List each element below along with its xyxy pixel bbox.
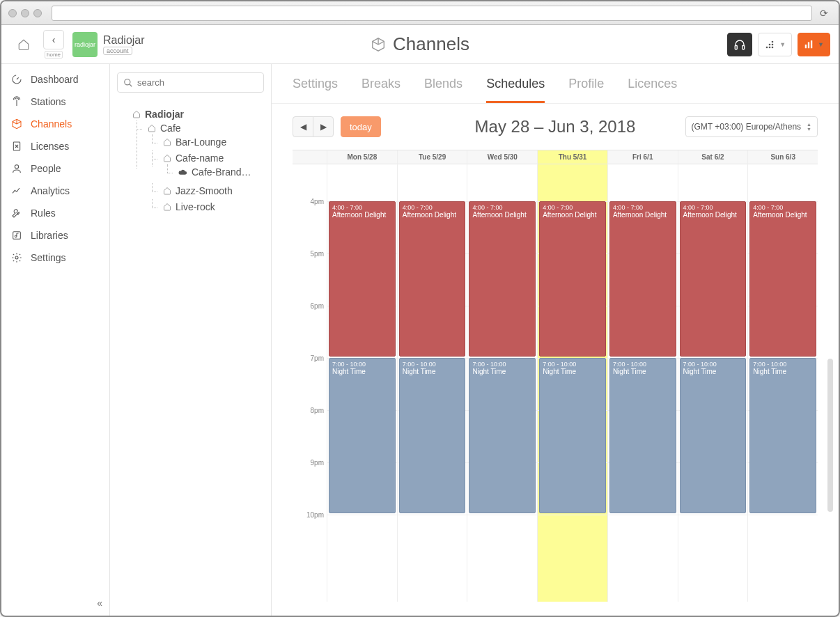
event-time: 4:00 - 7:00 [403,204,462,211]
tab-breaks[interactable]: Breaks [361,77,400,103]
traffic-min-icon[interactable] [21,9,29,17]
sidebar-item-channels[interactable]: Channels [1,113,109,135]
music-icon [11,230,24,241]
schedule-event[interactable]: 7:00 - 10:00Night Time [399,358,466,513]
tree-node[interactable]: Jazz-Smooth [159,183,264,199]
traffic-close-icon[interactable] [8,9,17,17]
schedule-event[interactable]: 4:00 - 7:00Afternoon Delight [469,201,536,357]
schedule-toolbar: ◀ ▶ today May 28 – Jun 3, 2018 (GMT +03:… [272,104,839,150]
home-icon [148,124,156,132]
tree-node[interactable]: Cafe-Brand… [174,164,264,181]
app-body: DashboardStationsChannelsLicensesPeopleA… [1,64,839,616]
tree-node[interactable]: Live-rock [159,199,264,215]
day-body[interactable]: 4:00 - 7:00Afternoon Delight7:00 - 10:00… [327,164,397,602]
schedule-event[interactable]: 7:00 - 10:00Night Time [469,358,536,513]
equalizer-dropdown[interactable]: ▼ [758,33,792,56]
home-icon [132,110,141,118]
time-column-header [293,150,327,164]
day-header: Mon 5/28 [327,150,397,164]
day-body[interactable]: 4:00 - 7:00Afternoon Delight7:00 - 10:00… [748,164,818,602]
brand-text: Radiojar account [103,34,145,55]
timezone-select[interactable]: (GMT +03:00) Europe/Athens ▲▼ [685,116,818,137]
caret-left-icon: ◀ [300,122,306,132]
search-box[interactable] [117,72,264,93]
day-header: Thu 5/31 [538,150,607,164]
day-column: Thu 5/314:00 - 7:00Afternoon Delight7:00… [538,150,608,602]
svg-point-5 [769,43,771,45]
event-name: Night Time [753,368,813,375]
day-header: Sun 6/3 [748,150,818,164]
tab-blends[interactable]: Blends [424,77,462,103]
back-button[interactable]: ‹ [43,30,64,49]
sidebar-item-label: Rules [31,208,56,219]
tab-settings[interactable]: Settings [293,77,338,103]
tree-panel: RadiojarCafeBar-LoungeCafe-nameCafe-Bran… [110,64,272,616]
caret-right-icon: ▶ [320,122,327,132]
hour-label: 8pm [311,406,324,414]
hour-line [398,515,467,515]
calendar-grid: 4pm5pm6pm7pm8pm9pm10pm Mon 5/284:00 - 7:… [293,150,818,602]
schedule-event[interactable]: 7:00 - 10:00Night Time [329,358,396,513]
traffic-lights [8,9,42,17]
tab-schedules[interactable]: Schedules [486,77,545,103]
tree-node[interactable]: CafeBar-LoungeCafe-nameCafe-Brand…Jazz-S… [143,120,264,217]
sidebar-item-stations[interactable]: Stations [1,91,109,113]
event-time: 4:00 - 7:00 [332,204,392,211]
svg-point-6 [772,43,774,45]
schedule-event[interactable]: 7:00 - 10:00Night Time [539,358,606,513]
brand-account-badge[interactable]: account [103,47,132,55]
svg-point-16 [125,79,130,84]
search-input[interactable] [137,77,258,88]
day-body[interactable]: 4:00 - 7:00Afternoon Delight7:00 - 10:00… [608,164,678,602]
tree-node[interactable]: Bar-Lounge [159,134,264,150]
day-body[interactable]: 4:00 - 7:00Afternoon Delight7:00 - 10:00… [538,164,607,602]
schedule-event[interactable]: 4:00 - 7:00Afternoon Delight [399,201,466,357]
schedule-event[interactable]: 4:00 - 7:00Afternoon Delight [680,201,747,357]
today-button[interactable]: today [341,116,381,137]
schedule-event[interactable]: 4:00 - 7:00Afternoon Delight [609,201,676,357]
sidebar-item-dashboard[interactable]: Dashboard [1,68,109,91]
brand: radiojar Radiojar account [72,32,145,57]
sidebar-item-settings[interactable]: Settings [1,247,109,269]
sidebar-item-people[interactable]: People [1,157,109,180]
sidebar-collapse-button[interactable]: « [97,598,102,609]
svg-point-4 [772,46,774,48]
tree-node[interactable]: Cafe-nameCafe-Brand… [159,150,264,183]
home-button[interactable] [10,38,38,51]
sidebar-item-libraries[interactable]: Libraries [1,224,109,247]
schedule-event[interactable]: 7:00 - 10:00Night Time [749,358,816,513]
schedule-event[interactable]: 4:00 - 7:00Afternoon Delight [329,201,396,357]
tab-profile[interactable]: Profile [568,77,604,103]
next-button[interactable]: ▶ [313,116,334,137]
reload-button[interactable]: ⟳ [816,6,832,21]
sidebar-item-rules[interactable]: Rules [1,202,109,224]
schedule-event[interactable]: 7:00 - 10:00Night Time [609,358,676,513]
schedule-event[interactable]: 4:00 - 7:00Afternoon Delight [749,201,816,357]
sidebar-item-label: People [31,163,61,174]
tab-licences[interactable]: Licences [628,77,677,103]
schedule-event[interactable]: 4:00 - 7:00Afternoon Delight [539,201,606,357]
event-name: Afternoon Delight [683,211,743,219]
stats-dropdown[interactable]: ▼ [798,33,830,56]
prev-button[interactable]: ◀ [293,116,313,137]
back-label: home [45,51,63,58]
day-body[interactable]: 4:00 - 7:00Afternoon Delight7:00 - 10:00… [398,164,467,602]
day-body[interactable]: 4:00 - 7:00Afternoon Delight7:00 - 10:00… [678,164,748,602]
day-body[interactable]: 4:00 - 7:00Afternoon Delight7:00 - 10:00… [467,164,537,602]
schedule-event[interactable]: 7:00 - 10:00Night Time [680,358,747,513]
traffic-max-icon[interactable] [33,9,42,17]
tree-node[interactable]: RadiojarCafeBar-LoungeCafe-nameCafe-Bran… [128,107,264,219]
headphones-button[interactable] [727,33,752,56]
sidebar-item-licenses[interactable]: Licenses [1,135,109,157]
wrench-icon [11,208,24,219]
tree-node-label: Cafe-name [176,153,224,164]
event-time: 4:00 - 7:00 [472,204,532,211]
main-content: SettingsBreaksBlendsSchedulesProfileLice… [272,64,839,616]
scrollbar[interactable] [827,359,833,512]
tabs: SettingsBreaksBlendsSchedulesProfileLice… [272,64,839,104]
event-name: Night Time [613,368,673,375]
url-bar[interactable] [52,6,812,21]
day-column: Sat 6/24:00 - 7:00Afternoon Delight7:00 … [678,150,749,602]
sidebar-item-analytics[interactable]: Analytics [1,180,109,202]
antenna-icon [11,96,24,107]
